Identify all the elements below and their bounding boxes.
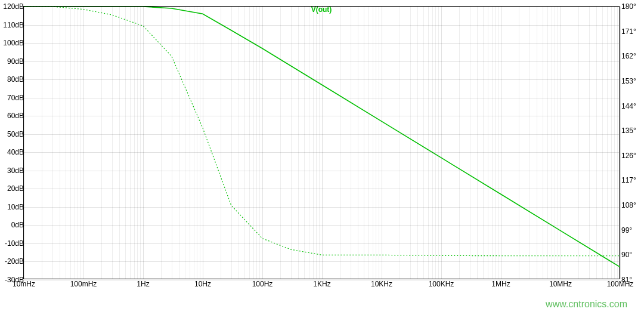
grid-line-vertical-minor: [558, 7, 558, 279]
grid-line-vertical-minor: [477, 7, 478, 279]
y-left-axis-tick-label: 10dB: [0, 203, 24, 211]
y-right-axis-tick-label: 99°: [619, 226, 644, 234]
grid-line-vertical-minor: [319, 7, 320, 279]
y-right-axis-tick-label: 117°: [619, 176, 644, 184]
y-right-axis-tick-label: 171°: [619, 27, 644, 36]
grid-line-vertical-minor: [373, 7, 373, 279]
grid-line-vertical-minor: [470, 7, 470, 279]
grid-line-vertical-minor: [197, 7, 197, 279]
grid-line-vertical-minor: [253, 7, 254, 279]
grid-line-horizontal: [24, 243, 619, 244]
grid-line-vertical-minor: [161, 7, 162, 279]
grid-line-vertical-minor: [417, 7, 418, 279]
grid-line-vertical-minor: [589, 7, 590, 279]
grid-line-vertical-minor: [483, 7, 484, 279]
y-right-axis-tick-label: 153°: [619, 77, 644, 85]
grid-line-vertical: [24, 7, 24, 279]
grid-line-vertical-minor: [607, 7, 608, 279]
grid-line-vertical: [561, 7, 561, 279]
grid-line-vertical-minor: [543, 7, 543, 279]
grid-line-vertical-minor: [239, 7, 239, 279]
bode-plot: V(out) 10mHz100mHz1Hz10Hz100Hz1KHz10KHz1…: [23, 6, 620, 279]
grid-line-vertical-minor: [70, 7, 71, 279]
watermark-text: www.cntronics.com: [546, 299, 627, 310]
y-left-axis-tick-label: 70dB: [0, 94, 24, 102]
grid-line-vertical-minor: [42, 7, 42, 279]
grid-line-horizontal: [24, 225, 619, 226]
grid-line-vertical-minor: [614, 7, 615, 279]
y-left-axis-tick-label: 120dB: [0, 2, 24, 11]
y-left-axis-tick-label: 100dB: [0, 39, 24, 47]
grid-line-vertical-minor: [492, 7, 493, 279]
grid-line-vertical-minor: [221, 7, 221, 279]
grid-line-vertical-minor: [52, 7, 53, 279]
grid-line-vertical-minor: [80, 7, 81, 279]
grid-line-vertical-minor: [66, 7, 66, 279]
grid-line-vertical-minor: [617, 7, 618, 279]
grid-line-vertical-minor: [519, 7, 519, 279]
grid-line-horizontal: [24, 98, 619, 98]
grid-line-vertical-minor: [231, 7, 232, 279]
grid-line-vertical-minor: [596, 7, 597, 279]
grid-line-vertical-minor: [119, 7, 120, 279]
y-left-axis-tick-label: 60dB: [0, 112, 24, 120]
grid-line-vertical-minor: [309, 7, 309, 279]
grid-line-horizontal: [24, 207, 619, 208]
grid-line-vertical-minor: [194, 7, 194, 279]
grid-line-vertical-minor: [602, 7, 603, 279]
grid-line-vertical: [143, 7, 144, 279]
grid-line-vertical-minor: [410, 7, 411, 279]
grid-line-vertical-minor: [137, 7, 138, 279]
grid-line-vertical-minor: [185, 7, 185, 279]
grid-line-vertical-minor: [364, 7, 364, 279]
grid-line-horizontal: [24, 189, 619, 189]
grid-line-vertical-minor: [291, 7, 292, 279]
grid-line-vertical-minor: [75, 7, 75, 279]
grid-line-vertical-minor: [376, 7, 376, 279]
grid-line-vertical-minor: [313, 7, 314, 279]
grid-line-vertical: [501, 7, 501, 279]
grid-line-vertical-minor: [78, 7, 78, 279]
y-right-axis-tick-label: 81°: [619, 276, 644, 284]
grid-line-vertical-minor: [537, 7, 537, 279]
grid-line-vertical-minor: [498, 7, 499, 279]
grid-line-vertical: [262, 7, 263, 279]
y-left-axis-tick-label: -20dB: [0, 257, 24, 266]
grid-line-vertical: [441, 7, 442, 279]
grid-line-vertical-minor: [179, 7, 179, 279]
grid-line-vertical-minor: [488, 7, 488, 279]
grid-line-vertical-minor: [134, 7, 135, 279]
grid-line-vertical-minor: [280, 7, 281, 279]
grid-line-vertical-minor: [351, 7, 351, 279]
y-right-axis-tick-label: 180°: [619, 2, 644, 11]
grid-line-vertical-minor: [125, 7, 126, 279]
grid-line-horizontal: [24, 134, 619, 135]
grid-line-horizontal: [24, 171, 619, 171]
grid-line-vertical-minor: [249, 7, 250, 279]
y-right-axis-tick-label: 162°: [619, 52, 644, 60]
grid-line-horizontal: [24, 280, 619, 280]
y-left-axis-tick-label: 20dB: [0, 184, 24, 193]
y-left-axis-tick-label: 30dB: [0, 166, 24, 175]
grid-line-horizontal: [24, 116, 619, 116]
grid-line-vertical-minor: [611, 7, 612, 279]
y-right-axis-tick-label: 126°: [619, 152, 644, 160]
grid-line-vertical-minor: [358, 7, 358, 279]
grid-line-vertical: [322, 7, 323, 279]
grid-line-vertical-minor: [140, 7, 141, 279]
grid-line-vertical-minor: [428, 7, 429, 279]
grid-line-vertical-minor: [172, 7, 172, 279]
grid-line-vertical-minor: [130, 7, 131, 279]
grid-line-vertical-minor: [530, 7, 530, 279]
grid-line-vertical-minor: [304, 7, 305, 279]
grid-line-vertical-minor: [495, 7, 496, 279]
grid-line-vertical-minor: [244, 7, 245, 279]
grid-line-vertical-minor: [369, 7, 369, 279]
grid-line-horizontal: [24, 79, 619, 80]
y-left-axis-tick-label: 90dB: [0, 57, 24, 66]
grid-line-horizontal: [24, 261, 619, 262]
grid-line-vertical: [620, 7, 621, 279]
grid-line-vertical-minor: [298, 7, 299, 279]
chart-title: V(out): [311, 5, 332, 14]
grid-line-horizontal: [24, 25, 619, 26]
